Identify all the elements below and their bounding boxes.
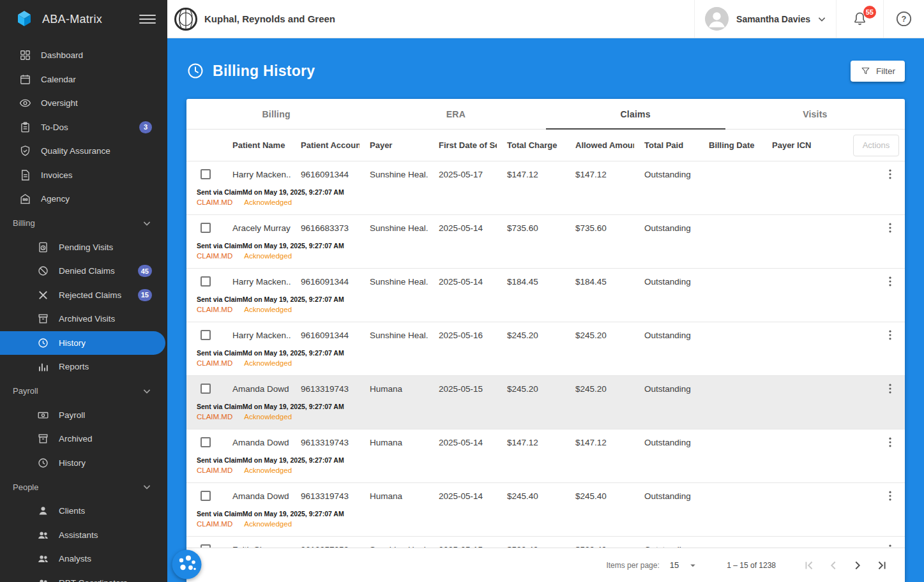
help-button[interactable]: ? — [883, 0, 924, 38]
user-menu[interactable]: Samantha Davies — [694, 0, 836, 38]
actions-button[interactable]: Actions — [853, 135, 899, 156]
row-menu-button[interactable] — [882, 380, 898, 397]
row-menu-button[interactable] — [882, 327, 898, 343]
last-page-button[interactable] — [874, 558, 890, 573]
sidebar-item[interactable]: Archived — [0, 427, 167, 451]
sidebar-item[interactable]: Reports — [0, 355, 167, 379]
main-content: Billing History Filter Billing ERA Claim… — [167, 38, 924, 582]
sidebar-item-icon — [37, 553, 49, 565]
claim-row[interactable]: Amanda Dowd 9613319743 Humana 2025-05-15… — [186, 376, 905, 429]
claim-row[interactable]: Harry Macken... 9616091344 Sunshine Heal… — [186, 322, 905, 376]
row-menu-button[interactable] — [882, 488, 898, 504]
svg-text:?: ? — [902, 14, 907, 24]
claim-status-link[interactable]: Acknowledged — [244, 520, 292, 528]
claim-row[interactable]: Faith Sl... 9613357353 Sunshine Heal... … — [186, 537, 905, 548]
cell-patient-name: Amanda Dowd — [222, 438, 291, 447]
sidebar-item[interactable]: Denied Claims 45 — [0, 259, 167, 283]
sidebar-item-icon — [37, 265, 49, 277]
sidebar-item-label: Oversight — [41, 98, 78, 108]
chat-launcher-button[interactable] — [172, 549, 202, 579]
tab[interactable]: Visits — [725, 99, 905, 129]
pagination-range: 1 – 15 of 1238 — [727, 561, 776, 570]
sidebar-nav: Dashboard Calendar Oversight To-Dos — [0, 38, 167, 582]
clearinghouse-link[interactable]: CLAIM.MD — [197, 252, 232, 260]
row-menu-button[interactable] — [882, 220, 898, 236]
sidebar-item[interactable]: History — [0, 331, 165, 355]
sidebar-item[interactable]: Rejected Claims 15 — [0, 283, 167, 308]
company-name: Kuphal, Reynolds and Green — [204, 13, 335, 24]
tab[interactable]: ERA — [366, 99, 545, 129]
cell-allowed-amount: $147.12 — [565, 438, 634, 447]
sidebar-item-label: RBT Coordinators — [59, 578, 128, 582]
sent-note: Sent via ClaimMd on May 19, 2025, 9:27:0… — [197, 295, 905, 303]
row-menu-button[interactable] — [882, 541, 898, 548]
sidebar-item[interactable]: Payroll — [0, 403, 167, 428]
header-total-paid: Total Paid — [634, 140, 699, 150]
sidebar-item-label: History — [59, 338, 86, 348]
row-checkbox[interactable] — [201, 169, 211, 179]
row-checkbox[interactable] — [201, 437, 211, 447]
sidebar-item-label: Pending Visits — [59, 243, 113, 252]
sidebar-item[interactable]: Analysts — [0, 547, 167, 571]
notifications-button[interactable]: 55 — [836, 0, 883, 38]
sidebar-item[interactable]: Pending Visits — [0, 235, 167, 260]
sidebar-item-icon — [37, 529, 49, 541]
chevron-down-icon — [815, 13, 828, 26]
tab[interactable]: Claims — [546, 99, 725, 129]
row-menu-button[interactable] — [882, 166, 898, 183]
first-page-button[interactable] — [801, 558, 817, 573]
claim-status-link[interactable]: Acknowledged — [244, 413, 292, 421]
row-menu-button[interactable] — [882, 434, 898, 451]
claim-status-link[interactable]: Acknowledged — [244, 466, 292, 474]
sidebar-item[interactable]: To-Dos 3 — [0, 116, 167, 140]
sidebar-item[interactable]: Assistants — [0, 523, 167, 548]
sidebar-item[interactable]: Payroll — [0, 379, 167, 403]
row-checkbox[interactable] — [201, 384, 211, 394]
claim-row[interactable]: Amanda Dowd 9613319743 Humana 2025-05-14… — [186, 429, 905, 483]
claim-status-link[interactable]: Acknowledged — [244, 306, 292, 313]
sidebar-item[interactable]: History — [0, 451, 167, 475]
claim-row[interactable]: Amanda Dowd 9613319743 Humana 2025-05-14… — [186, 483, 905, 537]
clearinghouse-link[interactable]: CLAIM.MD — [197, 520, 232, 528]
clearinghouse-link[interactable]: CLAIM.MD — [197, 306, 232, 313]
clearinghouse-link[interactable]: CLAIM.MD — [197, 413, 232, 421]
claim-status-link[interactable]: Acknowledged — [244, 252, 292, 260]
sidebar-item[interactable]: People — [0, 475, 167, 499]
previous-page-button[interactable] — [826, 558, 841, 573]
filter-button[interactable]: Filter — [851, 61, 905, 82]
tab[interactable]: Billing — [186, 99, 366, 129]
tab-label: Visits — [803, 109, 827, 119]
claim-status-link[interactable]: Acknowledged — [244, 198, 292, 206]
sidebar-item-label: Reports — [59, 362, 89, 371]
row-checkbox[interactable] — [201, 491, 211, 501]
row-checkbox[interactable] — [201, 276, 211, 287]
sidebar-item[interactable]: Quality Assurance — [0, 139, 167, 163]
sidebar-item[interactable]: RBT Coordinators — [0, 571, 167, 582]
kebab-icon — [884, 168, 897, 181]
sidebar-item[interactable]: Archived Visits — [0, 307, 167, 331]
sidebar-item-label: Dashboard — [41, 50, 83, 60]
sidebar-item[interactable]: Calendar — [0, 68, 167, 92]
items-per-page-select[interactable]: 15 — [670, 560, 699, 571]
claim-row[interactable]: Aracely Murray 9616683373 Sunshine Heal.… — [186, 215, 905, 269]
clearinghouse-link[interactable]: CLAIM.MD — [197, 198, 232, 206]
cell-first-date: 2025-05-17 — [428, 170, 497, 179]
next-page-button[interactable] — [850, 558, 865, 573]
sidebar-item[interactable]: Clients — [0, 499, 167, 523]
sidebar-item[interactable]: Dashboard — [0, 43, 167, 68]
clearinghouse-link[interactable]: CLAIM.MD — [197, 466, 232, 474]
menu-toggle-button[interactable] — [139, 12, 156, 26]
claim-row[interactable]: Harry Macken... 9616091344 Sunshine Heal… — [186, 161, 905, 215]
row-checkbox[interactable] — [201, 330, 211, 340]
sidebar-item[interactable]: Invoices — [0, 163, 167, 188]
clearinghouse-link[interactable]: CLAIM.MD — [197, 359, 232, 367]
claim-row[interactable]: Harry Macken... 9616091344 Sunshine Heal… — [186, 269, 905, 322]
count-badge: 3 — [139, 121, 152, 133]
sidebar-item[interactable]: Agency — [0, 187, 167, 211]
row-checkbox[interactable] — [201, 223, 211, 233]
sidebar-item[interactable]: Oversight — [0, 91, 167, 116]
cell-payer: Humana — [360, 491, 428, 501]
row-menu-button[interactable] — [882, 273, 898, 290]
sidebar-item[interactable]: Billing — [0, 211, 167, 235]
claim-status-link[interactable]: Acknowledged — [244, 359, 292, 367]
